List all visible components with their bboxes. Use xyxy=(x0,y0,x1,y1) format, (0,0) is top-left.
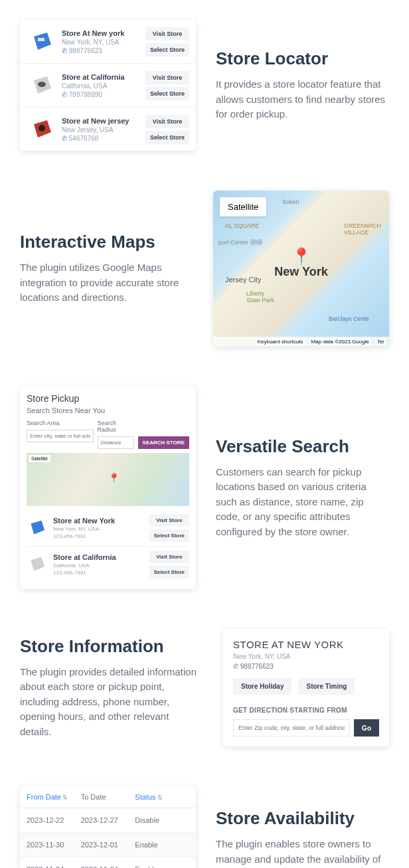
store-thumb-icon xyxy=(27,517,48,539)
store-name: Store at New York xyxy=(53,517,144,525)
section-desc: The plugin enables store owners to manag… xyxy=(216,837,389,868)
search-area-input[interactable] xyxy=(27,430,94,442)
section-store-locator: Store At New york New York, NY, USA 9887… xyxy=(20,20,389,151)
section-title: Store Information xyxy=(20,636,203,657)
section-store-availability: From Date⇅ To Date Status⇅ 2023-12-22 20… xyxy=(20,786,389,868)
store-thumb-icon xyxy=(27,554,48,575)
store-location: New York, NY, USA xyxy=(53,526,144,532)
select-store-button[interactable]: Select Store xyxy=(145,43,189,56)
col-status[interactable]: Status⇅ xyxy=(135,793,189,801)
store-phone: 789788990 xyxy=(62,91,140,98)
store-thumb-icon xyxy=(27,114,56,144)
select-store-button[interactable]: Select Store xyxy=(149,566,189,578)
section-title: Interactive Maps xyxy=(20,232,193,252)
availability-table: From Date⇅ To Date Status⇅ 2023-12-22 20… xyxy=(20,786,196,868)
satellite-toggle[interactable]: Satellite xyxy=(220,197,266,217)
visit-store-button[interactable]: Visit Store xyxy=(145,71,189,84)
store-name: Store at California xyxy=(53,553,144,561)
sort-icon: ⇅ xyxy=(157,794,163,801)
search-store-button[interactable]: SEARCH STORE xyxy=(138,436,189,449)
visit-store-button[interactable]: Visit Store xyxy=(145,115,189,128)
store-name: Store At New york xyxy=(62,29,140,37)
select-store-button[interactable]: Select Store xyxy=(149,529,189,542)
store-phone-plain: 123-456-7891 xyxy=(53,533,144,539)
store-location: New York, NY, USA xyxy=(62,39,140,46)
store-list-card: Store At New york New York, NY, USA 9887… xyxy=(20,20,196,151)
store-info-title: STORE AT NEW YORK xyxy=(233,639,379,650)
col-to-date: To Date xyxy=(81,793,135,801)
map-widget[interactable]: Satellite boken AL SQUARE GREENWICHVILLA… xyxy=(213,191,389,347)
go-button[interactable]: Go xyxy=(354,719,379,737)
section-interactive-maps: Satellite boken AL SQUARE GREENWICHVILLA… xyxy=(20,191,389,347)
search-radius-label: Search Radius xyxy=(98,420,134,433)
tab-store-timing[interactable]: Store Timing xyxy=(298,678,355,695)
svg-rect-1 xyxy=(38,38,44,41)
store-row: Store at New jersey New Jersey, USA 5467… xyxy=(20,108,196,151)
col-from-date[interactable]: From Date⇅ xyxy=(27,793,81,801)
store-thumb-icon xyxy=(27,70,56,100)
section-desc: It provides a store locator feature that… xyxy=(216,77,389,122)
table-row: 2023-12-22 2023-12-27 Disable xyxy=(20,808,196,833)
tab-store-holiday[interactable]: Store Holiday xyxy=(233,678,291,695)
store-name: Store at California xyxy=(62,73,140,81)
map-city-label: New York xyxy=(274,265,327,279)
search-subtitle: Search Stores Near You xyxy=(27,406,189,414)
svg-marker-6 xyxy=(31,521,44,535)
search-title: Store Pickup xyxy=(27,393,189,404)
store-row: Store at New York New York, NY, USA 123-… xyxy=(27,510,189,547)
section-desc: The plugin utilizes Google Maps integrat… xyxy=(20,260,193,305)
store-info-location: New York, NY, USA xyxy=(233,653,379,660)
select-store-button[interactable]: Select Store xyxy=(145,131,189,144)
map-pin-icon: 📍 xyxy=(291,247,311,266)
store-location: California, USA xyxy=(53,563,144,568)
store-location: California, USA xyxy=(62,82,140,90)
section-title: Store Availability xyxy=(216,808,389,829)
select-store-button[interactable]: Select Store xyxy=(145,87,189,100)
search-card: Store Pickup Search Stores Near You Sear… xyxy=(20,387,196,589)
visit-store-button[interactable]: Visit Store xyxy=(149,551,189,563)
svg-point-3 xyxy=(38,82,46,87)
svg-marker-7 xyxy=(31,557,44,571)
section-desc: The plugin provides detailed information… xyxy=(20,665,203,740)
table-row: 2023-11-30 2023-12-01 Enable xyxy=(20,833,196,857)
store-name: Store at New jersey xyxy=(62,117,140,125)
section-versatile-search: Store Pickup Search Stores Near You Sear… xyxy=(20,387,389,589)
section-title: Store Locator xyxy=(216,48,389,69)
store-phone: 988776623 xyxy=(62,47,140,54)
visit-store-button[interactable]: Visit Store xyxy=(145,27,189,41)
store-row: Store At New york New York, NY, USA 9887… xyxy=(20,20,196,64)
map-attribution: Keyboard shortcuts Map data ©2023 Google… xyxy=(213,337,389,347)
mini-map[interactable]: Satellite xyxy=(27,453,189,506)
store-info-phone: 988776623 xyxy=(233,663,379,670)
search-area-label: Search Area xyxy=(27,420,94,426)
table-header: From Date⇅ To Date Status⇅ xyxy=(20,786,196,808)
store-row: Store at California California, USA 7897… xyxy=(20,64,196,108)
store-location: New Jersey, USA xyxy=(62,126,140,133)
section-desc: Customers can search for pickup location… xyxy=(216,465,389,540)
direction-input[interactable] xyxy=(233,719,350,737)
store-row: Store at California California, USA 123-… xyxy=(27,547,189,582)
visit-store-button[interactable]: Visit Store xyxy=(149,514,189,527)
store-phone-plain: 123-456-7891 xyxy=(53,570,144,576)
store-thumb-icon xyxy=(27,27,56,56)
svg-point-5 xyxy=(39,125,45,131)
store-info-card: STORE AT NEW YORK New York, NY, USA 9887… xyxy=(223,629,389,746)
table-row: 2023-11-24 2023-11-24 Enable xyxy=(20,857,196,868)
section-store-information: STORE AT NEW YORK New York, NY, USA 9887… xyxy=(20,629,389,746)
direction-label: GET DIRECTION STARTING FROM xyxy=(233,707,379,714)
section-title: Versatile Search xyxy=(216,436,389,457)
sort-icon: ⇅ xyxy=(62,794,68,801)
search-radius-input[interactable] xyxy=(98,436,134,449)
store-phone: 54676768 xyxy=(62,135,140,142)
